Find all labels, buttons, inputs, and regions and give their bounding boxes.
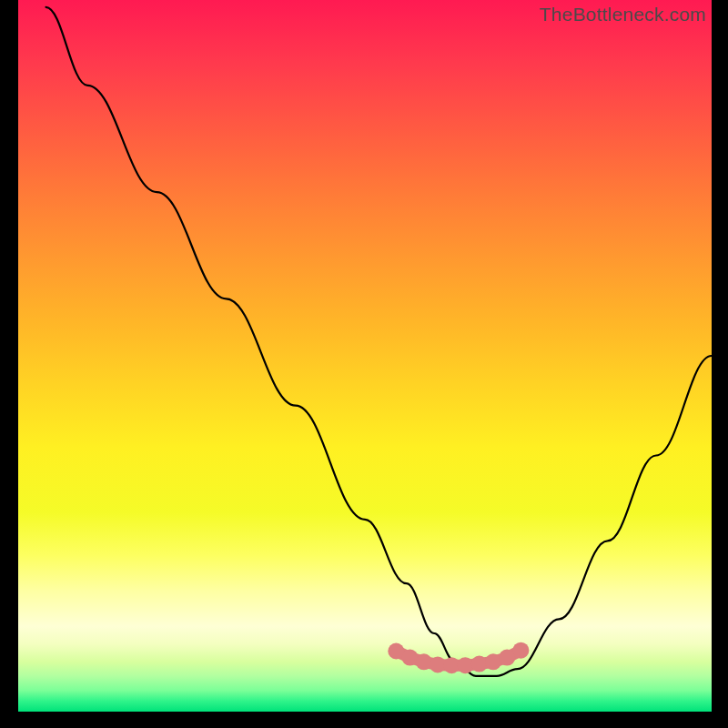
svg-point-6 — [471, 656, 488, 672]
svg-point-1 — [402, 650, 419, 666]
chart-svg — [18, 0, 712, 712]
svg-point-9 — [512, 642, 529, 659]
svg-point-7 — [485, 653, 501, 670]
svg-point-8 — [499, 650, 515, 666]
bottleneck-curve — [46, 7, 713, 676]
svg-point-5 — [458, 657, 474, 673]
svg-point-2 — [416, 653, 432, 670]
watermark-text: TheBottleneck.com — [540, 4, 706, 25]
marker-band — [388, 642, 529, 674]
svg-point-3 — [430, 656, 446, 672]
